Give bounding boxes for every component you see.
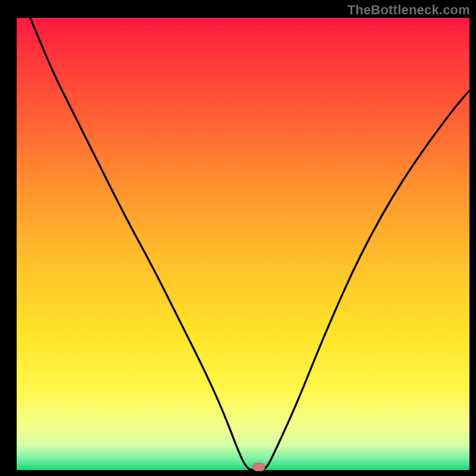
- bottleneck-chart: [0, 0, 476, 476]
- chart-container: { "watermark": "TheBottleneck.com", "cha…: [0, 0, 476, 476]
- optimal-marker: [253, 463, 265, 471]
- watermark-text: TheBottleneck.com: [347, 2, 470, 18]
- plot-background: [17, 18, 469, 470]
